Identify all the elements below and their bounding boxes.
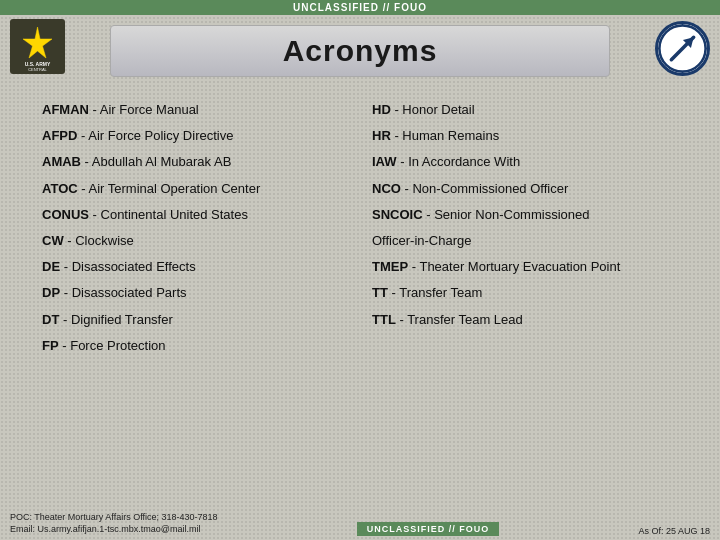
dash: - xyxy=(89,102,100,117)
acronym-key: NCO xyxy=(372,181,401,196)
list-item: AMAB - Abdullah Al Mubarak AB xyxy=(40,149,350,175)
acronym-definition: In Accordance With xyxy=(408,154,520,169)
footer-poc: POC: Theater Mortuary Affairs Office; 31… xyxy=(10,511,218,536)
list-item: DE - Disassociated Effects xyxy=(40,254,350,280)
acronym-definition: Honor Detail xyxy=(402,102,474,117)
list-item: SNCOIC - Senior Non-Commissioned xyxy=(370,202,680,228)
acronym-key: HD xyxy=(372,102,391,117)
list-item: HD - Honor Detail xyxy=(370,97,680,123)
acronym-definition: Transfer Team Lead xyxy=(407,312,523,327)
left-column: AFMAN - Air Force Manual AFPD - Air Forc… xyxy=(40,97,350,359)
acronym-key: DP xyxy=(42,285,60,300)
title-box: Acronyms xyxy=(110,25,610,77)
acronym-definition: Senior Non-Commissioned xyxy=(434,207,589,222)
right-column: HD - Honor Detail HR - Human Remains IAW… xyxy=(370,97,680,359)
list-item: AFMAN - Air Force Manual xyxy=(40,97,350,123)
dash: - xyxy=(388,285,399,300)
acronym-definition: Theater Mortuary Evacuation Point xyxy=(419,259,620,274)
dash: - xyxy=(396,312,407,327)
acronym-definition: Human Remains xyxy=(402,128,499,143)
list-item: TMEP - Theater Mortuary Evacuation Point xyxy=(370,254,680,280)
list-item: CONUS - Continental United States xyxy=(40,202,350,228)
dash: - xyxy=(77,128,88,143)
acronym-definition: Air Force Policy Directive xyxy=(88,128,233,143)
dash: - xyxy=(397,154,409,169)
acronym-definition: Disassociated Parts xyxy=(72,285,187,300)
army-logo-left: U.S. ARMY CENTRAL xyxy=(10,19,65,74)
list-item: HR - Human Remains xyxy=(370,123,680,149)
acronym-key: TTL xyxy=(372,312,396,327)
list-item: AFPD - Air Force Policy Directive xyxy=(40,123,350,149)
poc-line: POC: Theater Mortuary Affairs Office; 31… xyxy=(10,511,218,524)
top-classification-label: UNCLASSIFIED // FOUO xyxy=(293,2,427,13)
acronym-key: FP xyxy=(42,338,59,353)
content-area: AFMAN - Air Force Manual AFPD - Air Forc… xyxy=(0,87,720,359)
acronym-definition: Transfer Team xyxy=(399,285,482,300)
acronym-definition: Air Force Manual xyxy=(100,102,199,117)
acronym-definition: Non-Commissioned Officer xyxy=(412,181,568,196)
acronym-definition: Clockwise xyxy=(75,233,134,248)
acronym-key: CONUS xyxy=(42,207,89,222)
list-item: CW - Clockwise xyxy=(40,228,350,254)
acronym-key: AFMAN xyxy=(42,102,89,117)
acronym-key: IAW xyxy=(372,154,397,169)
acronym-definition: Air Terminal Operation Center xyxy=(88,181,260,196)
dash: - xyxy=(60,285,72,300)
acronym-definition: Force Protection xyxy=(70,338,165,353)
list-item: IAW - In Accordance With xyxy=(370,149,680,175)
list-item: DT - Dignified Transfer xyxy=(40,307,350,333)
list-item: ATOC - Air Terminal Operation Center xyxy=(40,176,350,202)
acronym-key: CW xyxy=(42,233,64,248)
acronym-key: ATOC xyxy=(42,181,78,196)
header-section: U.S. ARMY CENTRAL Acronyms xyxy=(0,15,720,87)
acronym-key: AMAB xyxy=(42,154,81,169)
acronym-definition: Dignified Transfer xyxy=(71,312,173,327)
dash: - xyxy=(408,259,419,274)
acronym-definition: Officer-in-Charge xyxy=(372,233,471,248)
list-item: FP - Force Protection xyxy=(40,333,350,359)
acronym-key: TT xyxy=(372,285,388,300)
acronym-key: AFPD xyxy=(42,128,77,143)
acronym-key: SNCOIC xyxy=(372,207,423,222)
dash: - xyxy=(59,338,71,353)
dash: - xyxy=(391,128,403,143)
dash: - xyxy=(81,154,92,169)
acronym-key: DT xyxy=(42,312,59,327)
footer: POC: Theater Mortuary Affairs Office; 31… xyxy=(0,507,720,540)
footer-classification: UNCLASSIFIED // FOUO xyxy=(357,522,500,536)
top-classification-bar: UNCLASSIFIED // FOUO xyxy=(0,0,720,15)
acronym-definition: Disassociated Effects xyxy=(72,259,196,274)
dash: - xyxy=(64,233,76,248)
list-item: TTL - Transfer Team Lead xyxy=(370,307,680,333)
acronym-key: HR xyxy=(372,128,391,143)
list-item: NCO - Non-Commissioned Officer xyxy=(370,176,680,202)
email-line: Email: Us.army.afifjan.1-tsc.mbx.tmao@ma… xyxy=(10,523,218,536)
acronym-definition: Abdullah Al Mubarak AB xyxy=(92,154,231,169)
acronym-key: TMEP xyxy=(372,259,408,274)
acronym-definition: Continental United States xyxy=(101,207,248,222)
dash: - xyxy=(89,207,101,222)
dash: - xyxy=(78,181,89,196)
svg-text:CENTRAL: CENTRAL xyxy=(28,67,47,72)
page-title: Acronyms xyxy=(283,34,438,67)
dash: - xyxy=(59,312,71,327)
dash: - xyxy=(423,207,435,222)
dash: - xyxy=(401,181,413,196)
circle-logo-right xyxy=(655,21,710,76)
dash: - xyxy=(60,259,72,274)
dash: - xyxy=(391,102,403,117)
list-item: DP - Disassociated Parts xyxy=(40,280,350,306)
footer-as-of: As Of: 25 AUG 18 xyxy=(638,526,710,536)
list-item: Officer-in-Charge xyxy=(370,228,680,254)
acronym-key: DE xyxy=(42,259,60,274)
list-item: TT - Transfer Team xyxy=(370,280,680,306)
